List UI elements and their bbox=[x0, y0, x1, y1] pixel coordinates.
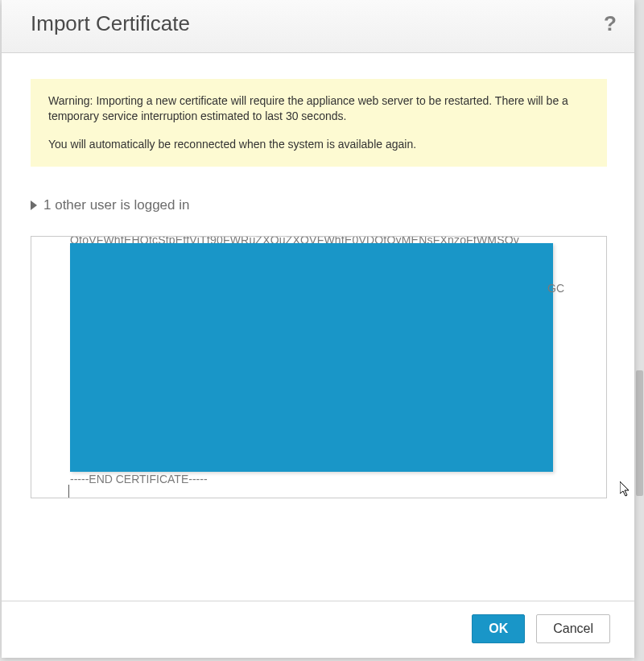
warning-banner: Warning: Importing a new certificate wil… bbox=[31, 79, 607, 167]
import-certificate-dialog: Import Certificate ? Warning: Importing … bbox=[2, 0, 634, 658]
window-scrollbar-thumb[interactable] bbox=[636, 370, 643, 496]
certificate-fragment-gc: GC bbox=[547, 282, 564, 295]
accordion-label: 1 other user is logged in bbox=[43, 197, 189, 213]
certificate-end-marker: -----END CERTIFICATE----- bbox=[70, 473, 208, 485]
dialog-header: Import Certificate ? bbox=[2, 0, 634, 53]
caret-right-icon bbox=[31, 200, 37, 210]
text-caret bbox=[68, 485, 69, 498]
dialog-title: Import Certificate bbox=[31, 11, 190, 36]
logged-in-users-accordion[interactable]: 1 other user is logged in bbox=[31, 197, 607, 213]
window-scrollbar-track bbox=[634, 0, 644, 661]
help-icon[interactable]: ? bbox=[604, 11, 617, 36]
certificate-text-top: OfoVFWhfEHQtcStpEffVjTf90FWRuZXQuZXOVFWh… bbox=[70, 236, 519, 246]
dialog-body: Warning: Importing a new certificate wil… bbox=[2, 53, 634, 601]
certificate-textarea[interactable]: OfoVFWhfEHQtcStpEffVjTf90FWRuZXQuZXOVFWh… bbox=[31, 236, 607, 498]
certificate-redaction-block bbox=[70, 243, 553, 472]
warning-text-2: You will automatically be reconnected wh… bbox=[48, 137, 589, 152]
ok-button[interactable]: OK bbox=[472, 614, 525, 643]
cancel-button[interactable]: Cancel bbox=[536, 614, 610, 643]
warning-text-1: Warning: Importing a new certificate wil… bbox=[48, 93, 589, 124]
dialog-footer: OK Cancel bbox=[2, 601, 634, 658]
